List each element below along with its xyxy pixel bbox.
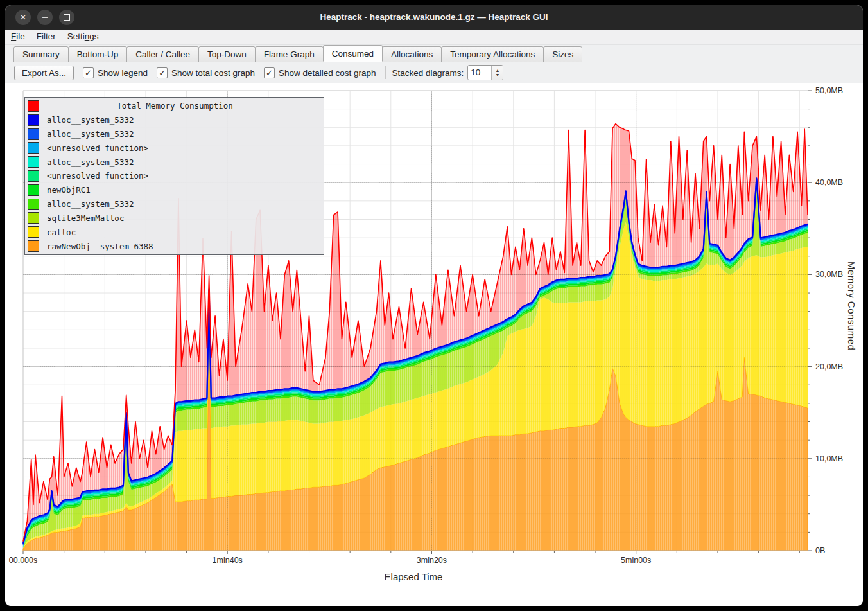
checkbox-icon[interactable]: ✓ <box>264 67 275 78</box>
legend-label: alloc__system_5332 <box>47 129 134 139</box>
legend-item-alloc-system-5332: alloc__system_5332 <box>25 114 324 127</box>
show-total-cost-checkbox[interactable]: ✓ Show total cost graph <box>157 67 255 78</box>
legend-item-total-memory-consumption: Total Memory Consumption <box>25 100 324 112</box>
export-as-button[interactable]: Export As... <box>14 66 74 80</box>
memory-chart[interactable]: 00.000s1min40s3min20s5min00s0B10,0MB20,0… <box>5 83 863 606</box>
show-total-cost-label: Show total cost graph <box>171 68 255 78</box>
show-detailed-cost-checkbox[interactable]: ✓ Show detailed cost graph <box>264 67 376 78</box>
legend-label: sqlite3MemMalloc <box>47 213 124 223</box>
legend-label: Total Memory Consumption <box>47 101 303 111</box>
legend-label: calloc <box>47 227 76 237</box>
menu-item-settings[interactable]: Settings <box>62 30 105 43</box>
checkbox-icon[interactable]: ✓ <box>157 67 168 78</box>
svg-text:1min40s: 1min40s <box>213 556 243 565</box>
legend-item-alloc-system-5332: alloc__system_5332 <box>25 198 324 211</box>
tab-caller-callee[interactable]: Caller / Callee <box>126 46 199 62</box>
stacked-diagrams-stepper[interactable]: 10 ▲▼ <box>467 65 503 80</box>
show-legend-checkbox[interactable]: ✓ Show legend <box>83 67 148 78</box>
svg-text:5min00s: 5min00s <box>621 556 651 565</box>
legend-item-rawnewobj-system-6388: rawNewObj__system_6388 <box>25 240 324 252</box>
tab-allocations[interactable]: Allocations <box>382 46 442 62</box>
toolbar-separator <box>385 66 386 79</box>
spinner-arrows-icon[interactable]: ▲▼ <box>491 66 503 80</box>
svg-text:00.000s: 00.000s <box>9 556 37 565</box>
svg-text:0B: 0B <box>815 546 825 555</box>
menubar: FileFilterSettings <box>5 30 863 45</box>
legend-item-newobjrc1: newObjRC1 <box>25 184 324 197</box>
svg-text:40,0MB: 40,0MB <box>815 178 843 187</box>
tab-temporary-allocations[interactable]: Temporary Allocations <box>441 46 544 62</box>
legend-label: alloc__system_5332 <box>47 115 134 125</box>
legend-swatch-icon <box>28 142 39 154</box>
svg-text:10,0MB: 10,0MB <box>815 454 843 463</box>
show-legend-label: Show legend <box>98 68 148 78</box>
tab-sizes[interactable]: Sizes <box>543 46 582 62</box>
toolbar: Export As... ✓ Show legend ✓ Show total … <box>5 62 863 83</box>
legend-swatch-icon <box>28 156 39 168</box>
legend-swatch-icon <box>28 212 39 224</box>
legend-label: rawNewObj__system_6388 <box>47 242 153 251</box>
legend-label: newObjRC1 <box>47 185 91 195</box>
tab-bar: SummaryBottom-UpCaller / CalleeTop-DownF… <box>5 45 863 62</box>
tab-consumed[interactable]: Consumed <box>323 45 383 62</box>
tab-flame-graph[interactable]: Flame Graph <box>255 46 324 62</box>
heaptrack-window: ✕ ─ Heaptrack - heaptrack.wakunode.1.gz … <box>5 5 863 606</box>
tab-summary[interactable]: Summary <box>13 46 69 62</box>
x-axis-title: Elapsed Time <box>5 571 822 582</box>
chart-legend: Total Memory Consumptionalloc__system_53… <box>24 97 324 255</box>
legend-label: <unresolved function> <box>47 171 148 181</box>
svg-text:50,0MB: 50,0MB <box>815 86 843 95</box>
tab-top-down[interactable]: Top-Down <box>198 46 256 62</box>
legend-item-sqlite3memmalloc: sqlite3MemMalloc <box>25 211 324 224</box>
titlebar: ✕ ─ Heaptrack - heaptrack.wakunode.1.gz … <box>5 5 863 30</box>
menu-item-file[interactable]: File <box>5 30 31 43</box>
stacked-diagrams-label: Stacked diagrams: <box>392 68 464 78</box>
legend-label: <unresolved function> <box>47 143 148 153</box>
legend-swatch-icon <box>28 128 39 140</box>
legend-label: alloc__system_5332 <box>47 199 134 209</box>
checkbox-icon[interactable]: ✓ <box>83 67 94 78</box>
svg-text:20,0MB: 20,0MB <box>815 362 843 371</box>
stacked-diagrams-value[interactable]: 10 <box>468 66 491 80</box>
legend-item-calloc: calloc <box>25 226 324 238</box>
svg-text:3min20s: 3min20s <box>417 556 447 565</box>
legend-swatch-icon <box>28 199 39 210</box>
legend-swatch-icon <box>28 226 39 238</box>
legend-item-unresolved-function: <unresolved function> <box>25 141 324 154</box>
legend-label: alloc__system_5332 <box>47 157 134 167</box>
legend-swatch-icon <box>28 100 39 112</box>
legend-item-unresolved-function: <unresolved function> <box>25 170 324 182</box>
legend-swatch-icon <box>28 170 39 182</box>
tab-bottom-up[interactable]: Bottom-Up <box>68 46 128 62</box>
legend-swatch-icon <box>28 184 39 196</box>
y-axis-title: Memory Consumed <box>846 261 857 350</box>
menu-item-filter[interactable]: Filter <box>31 30 62 43</box>
legend-item-alloc-system-5332: alloc__system_5332 <box>25 128 324 141</box>
legend-swatch-icon <box>28 240 39 252</box>
window-title: Heaptrack - heaptrack.wakunode.1.gz — He… <box>5 5 863 30</box>
legend-swatch-icon <box>28 114 39 126</box>
legend-item-alloc-system-5332: alloc__system_5332 <box>25 155 324 168</box>
show-detailed-cost-label: Show detailed cost graph <box>279 68 376 78</box>
svg-text:30,0MB: 30,0MB <box>815 270 843 279</box>
